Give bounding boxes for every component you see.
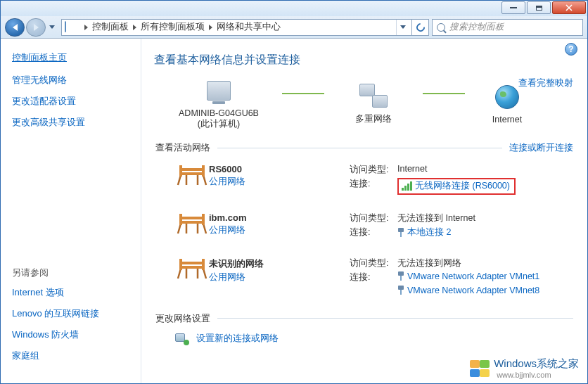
highlighted-connection: 无线网络连接 (RS6000) xyxy=(397,178,516,195)
arrow-left-icon xyxy=(13,24,18,31)
sidebar-item-adapter[interactable]: 更改适配器设置 xyxy=(12,95,129,108)
access-type-label: 访问类型: xyxy=(350,164,397,176)
content-pane: ? 查看基本网络信息并设置连接 ADMINIB-G04GU6B (此计算机) 多… xyxy=(141,39,587,383)
close-icon xyxy=(565,4,573,11)
bench-icon xyxy=(177,164,207,188)
globe-icon xyxy=(495,85,519,109)
breadcrumb-item[interactable]: 网络和共享中心 xyxy=(217,21,281,33)
connection-link-label: 无线网络连接 (RS6000) xyxy=(415,180,510,192)
access-type-value: 无法连接到 Internet xyxy=(397,212,475,224)
connect-disconnect-link[interactable]: 连接或断开连接 xyxy=(509,142,573,154)
change-settings-header: 更改网络设置 xyxy=(155,312,573,325)
map-connector xyxy=(423,93,465,94)
access-type-value: Internet xyxy=(397,164,427,174)
connection-link[interactable]: VMware Network Adapter VMnet8 xyxy=(397,286,539,295)
nav-forward-button[interactable] xyxy=(26,18,46,37)
help-button[interactable]: ? xyxy=(565,43,577,56)
nav-history-dropdown[interactable] xyxy=(47,18,57,37)
map-connector xyxy=(282,93,324,94)
nav-back-button[interactable] xyxy=(5,18,25,37)
svg-rect-9 xyxy=(179,266,205,269)
network-map: ADMINIB-G04GU6B (此计算机) 多重网络 Internet 查看完… xyxy=(141,76,587,130)
access-type-label: 访问类型: xyxy=(350,212,397,224)
map-this-computer: ADMINIB-G04GU6B (此计算机) xyxy=(155,76,282,130)
svg-rect-0 xyxy=(179,168,205,171)
page-title: 查看基本网络信息并设置连接 xyxy=(154,53,587,68)
svg-rect-4 xyxy=(179,217,205,219)
minimize-button[interactable] xyxy=(501,1,525,14)
networks-list: RS6000公用网络访问类型:Internet连接:无线网络连接 (RS6000… xyxy=(141,161,587,312)
see-also-title: 另请参阅 xyxy=(12,267,129,279)
svg-rect-11 xyxy=(202,259,205,270)
new-connection-link[interactable]: 设置新的连接或网络 xyxy=(196,332,279,345)
network-row: RS6000公用网络访问类型:Internet连接:无线网络连接 (RS6000… xyxy=(141,161,587,210)
svg-rect-10 xyxy=(179,259,182,270)
refresh-button[interactable] xyxy=(412,19,429,36)
watermark-site: 系统之家 xyxy=(537,357,579,369)
search-placeholder: 搜索控制面板 xyxy=(449,21,504,33)
address-dropdown[interactable] xyxy=(396,20,409,35)
access-type-label: 访问类型: xyxy=(350,257,397,269)
chevron-right-icon xyxy=(209,25,212,30)
sidebar-item-wireless[interactable]: 管理无线网络 xyxy=(12,74,129,87)
svg-rect-8 xyxy=(179,262,205,264)
network-type-link[interactable]: 公用网络 xyxy=(209,224,350,236)
chevron-right-icon xyxy=(84,25,88,30)
connections-label: 连接: xyxy=(350,271,397,283)
connection-link[interactable]: VMware Network Adapter VMnet1 xyxy=(397,271,539,281)
computer-icon xyxy=(207,81,231,101)
network-type-link[interactable]: 公用网络 xyxy=(209,176,350,188)
windows-logo-icon xyxy=(470,360,490,377)
watermark-brand: Windows xyxy=(494,357,537,369)
network-name: ibm.com xyxy=(209,212,350,223)
watermark-url: www.bjjmlv.com xyxy=(497,371,579,379)
svg-rect-2 xyxy=(179,165,182,177)
active-networks-header: 查看活动网络 连接或断开连接 xyxy=(155,141,573,154)
map-computer-sub: (此计算机) xyxy=(155,118,282,130)
connection-link-label: VMware Network Adapter VMnet1 xyxy=(407,271,539,281)
titlebar xyxy=(1,1,587,16)
map-internet-label: Internet xyxy=(465,115,549,124)
ethernet-icon xyxy=(397,286,404,295)
breadcrumb-item[interactable]: 控制面板 xyxy=(92,21,129,33)
signal-icon xyxy=(402,181,412,191)
sidebar: 控制面板主页 管理无线网络 更改适配器设置 更改高级共享设置 另请参阅 Inte… xyxy=(1,39,141,383)
search-icon xyxy=(437,23,445,32)
see-also-firewall[interactable]: Windows 防火墙 xyxy=(12,328,129,341)
window-root: 控制面板 所有控制面板项 网络和共享中心 搜索控制面板 控制面板主页 管理无线网… xyxy=(0,0,588,384)
map-computer-name: ADMINIB-G04GU6B xyxy=(155,108,282,118)
search-input[interactable]: 搜索控制面板 xyxy=(432,19,583,36)
network-name: 未识别的网络 xyxy=(209,257,350,270)
connection-link-label: 本地连接 2 xyxy=(407,226,451,238)
bench-icon xyxy=(177,212,207,236)
connection-link[interactable]: 无线网络连接 (RS6000) xyxy=(402,180,510,192)
map-multi-network: 多重网络 xyxy=(324,81,423,125)
control-panel-icon xyxy=(65,22,76,33)
network-type-link[interactable]: 公用网络 xyxy=(209,271,350,283)
ethernet-icon xyxy=(397,228,404,238)
refresh-icon xyxy=(414,21,426,33)
sidebar-item-advanced-sharing[interactable]: 更改高级共享设置 xyxy=(12,116,129,129)
connection-link[interactable]: 本地连接 2 xyxy=(397,226,451,238)
multi-network-icon xyxy=(359,84,388,108)
connection-link-label: VMware Network Adapter VMnet8 xyxy=(407,286,539,295)
see-also-homegroup[interactable]: 家庭组 xyxy=(12,350,129,362)
breadcrumb-item[interactable]: 所有控制面板项 xyxy=(141,21,205,33)
body-area: 控制面板主页 管理无线网络 更改适配器设置 更改高级共享设置 另请参阅 Inte… xyxy=(1,39,587,383)
see-also-internet-options[interactable]: Internet 选项 xyxy=(12,286,129,299)
new-connection-icon xyxy=(175,332,188,345)
chevron-right-icon xyxy=(133,25,136,30)
network-row: 未识别的网络公用网络访问类型:无法连接到网络连接:VMware Network … xyxy=(141,255,587,312)
maximize-button[interactable] xyxy=(527,1,551,14)
active-networks-label: 查看活动网络 xyxy=(155,141,210,154)
view-full-map-link[interactable]: 查看完整映射 xyxy=(518,77,573,89)
close-button[interactable] xyxy=(552,1,586,14)
svg-rect-5 xyxy=(179,221,205,224)
map-middle-label: 多重网络 xyxy=(324,113,423,125)
svg-rect-7 xyxy=(202,214,205,225)
sidebar-home-link[interactable]: 控制面板主页 xyxy=(12,51,129,64)
svg-rect-3 xyxy=(202,165,205,177)
network-row: ibm.com公用网络访问类型:无法连接到 Internet连接:本地连接 2 xyxy=(141,210,587,255)
see-also-lenovo[interactable]: Lenovo 的互联网链接 xyxy=(12,307,129,320)
breadcrumb-bar[interactable]: 控制面板 所有控制面板项 网络和共享中心 xyxy=(61,19,412,36)
